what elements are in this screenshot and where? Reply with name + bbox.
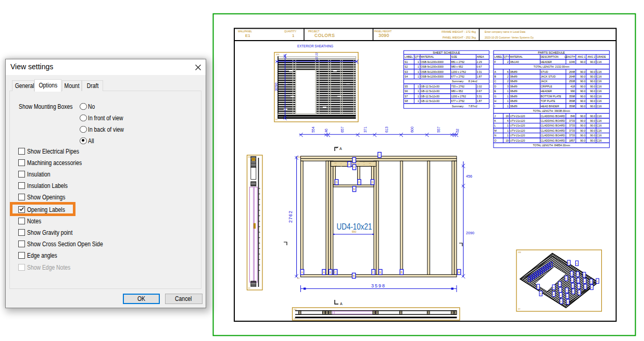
svg-text:1: 1 — [507, 95, 509, 98]
svg-text:PANEL HEIGHT: PANEL HEIGHT — [374, 30, 392, 33]
svg-text:I: I — [379, 154, 380, 157]
svg-text:HEADER: HEADER — [541, 90, 552, 93]
svg-text:2648: 2648 — [569, 70, 575, 73]
svg-text:K: K — [584, 274, 585, 276]
svg-text:C16: C16 — [597, 99, 602, 103]
svg-text:C16: C16 — [597, 115, 602, 118]
svg-text:CLADDING BOARD: CLADDING BOARD — [541, 139, 565, 142]
svg-text:D: D — [495, 85, 497, 88]
svg-text:K: K — [559, 283, 561, 286]
svg-text:90.0: 90.0 — [580, 124, 585, 127]
svg-text:3598: 3598 — [569, 105, 575, 108]
svg-text:3090: 3090 — [274, 83, 279, 92]
svg-text:CLADDING BOARD: CLADDING BOARD — [541, 119, 565, 122]
svg-text:8.14m2: 8.14m2 — [469, 80, 477, 83]
svg-text:LABEL: LABEL — [405, 55, 413, 58]
svg-text:3: 3 — [507, 85, 509, 88]
svg-text:FRAME WEIGHT - 172.4kg: FRAME WEIGHT - 172.4kg — [441, 30, 476, 33]
svg-text:3090: 3090 — [378, 33, 389, 38]
svg-text:QTY: QTY — [504, 55, 510, 58]
svg-text:DESCRIPTION: DESCRIPTION — [541, 55, 559, 58]
svg-text:1: 1 — [507, 129, 509, 132]
svg-text:1046: 1046 — [569, 60, 575, 64]
svg-text:K: K — [573, 291, 574, 293]
svg-text:UTV-21x120: UTV-21x120 — [510, 129, 525, 132]
svg-text:3.31: 3.31 — [477, 95, 482, 98]
svg-text:PANEL WEIGHT - 252.3kg: PANEL WEIGHT - 252.3kg — [443, 36, 476, 39]
svg-text:K: K — [560, 294, 562, 297]
svg-text:3598: 3598 — [569, 99, 575, 103]
svg-text:L: L — [495, 124, 496, 127]
svg-text:K: K — [572, 279, 573, 282]
svg-text:B: B — [495, 75, 497, 78]
svg-text:C16: C16 — [597, 119, 602, 122]
svg-text:E: E — [495, 90, 497, 93]
svg-text:2: 2 — [507, 80, 509, 83]
svg-text:S6: S6 — [405, 90, 408, 93]
svg-text:WALLPANEL: WALLPANEL — [238, 30, 252, 33]
svg-text:HEADER: HEADER — [541, 60, 552, 64]
svg-text:K: K — [591, 286, 592, 289]
svg-text:MATERIAL: MATERIAL — [421, 55, 434, 58]
svg-text:K: K — [584, 280, 586, 283]
svg-text:UD4-10x21: UD4-10x21 — [337, 222, 372, 231]
svg-text:G: G — [495, 95, 497, 98]
svg-text:K: K — [578, 285, 579, 288]
svg-text:CLADDING BOARD: CLADDING BOARD — [541, 134, 565, 137]
svg-text:QTY: QTY — [415, 55, 421, 58]
svg-text:3733: 3733 — [569, 119, 575, 122]
svg-text:C16: C16 — [597, 80, 602, 83]
svg-text:90.0: 90.0 — [590, 60, 595, 64]
svg-text:UTV-21x120: UTV-21x120 — [510, 119, 525, 122]
svg-text:K: K — [553, 286, 554, 289]
svg-text:S3: S3 — [405, 70, 408, 73]
svg-text:K: K — [568, 262, 570, 264]
svg-text:JACK STUD: JACK STUD — [541, 75, 556, 78]
svg-text:90.0: 90.0 — [590, 139, 595, 142]
svg-text:2: 2 — [507, 75, 509, 78]
svg-text:980 x 652: 980 x 652 — [451, 65, 463, 68]
svg-text:EXTERIOR SHEATHING: EXTERIOR SHEATHING — [297, 44, 333, 48]
svg-text:C: C — [495, 80, 497, 83]
svg-text:1200 x 2762: 1200 x 2762 — [451, 95, 466, 98]
svg-text:K: K — [597, 280, 598, 283]
svg-text:2762: 2762 — [288, 210, 293, 223]
svg-text:90.0: 90.0 — [590, 124, 595, 127]
svg-text:22: 22 — [315, 53, 318, 56]
svg-text:1: 1 — [507, 105, 509, 108]
svg-text:90.0: 90.0 — [580, 85, 585, 88]
svg-text:1: 1 — [418, 75, 419, 78]
svg-text:JACK: JACK — [541, 80, 548, 83]
svg-text:1: 1 — [507, 134, 509, 137]
svg-text:M: M — [495, 129, 497, 132]
svg-text:1.87: 1.87 — [477, 75, 482, 78]
svg-text:UTV-21x120: UTV-21x120 — [510, 124, 525, 127]
svg-text:1: 1 — [418, 95, 419, 98]
svg-text:46: 46 — [325, 129, 329, 133]
svg-text:GB-12.5x12x30: GB-12.5x12x30 — [421, 95, 439, 98]
svg-text:N: N — [495, 134, 497, 137]
svg-text:90.0: 90.0 — [590, 80, 595, 83]
svg-text:90.0: 90.0 — [580, 119, 585, 122]
svg-text:38x140: 38x140 — [510, 60, 519, 64]
svg-text:D: D — [358, 181, 360, 184]
svg-text:LENGTH: LENGTH — [564, 55, 575, 58]
svg-text:K: K — [560, 289, 561, 292]
svg-text:3598: 3598 — [569, 95, 575, 98]
svg-text:1: 1 — [418, 60, 419, 64]
svg-text:1.87: 1.87 — [477, 99, 482, 103]
svg-text:52: 52 — [456, 129, 460, 133]
svg-text:7.87m2: 7.87m2 — [469, 105, 477, 108]
svg-text:CLADDING BOARD: CLADDING BOARD — [541, 129, 565, 132]
svg-text:1: 1 — [418, 90, 419, 93]
svg-text:2.02: 2.02 — [477, 85, 482, 88]
svg-text:38x89: 38x89 — [510, 85, 517, 88]
svg-text:D: D — [372, 181, 374, 184]
svg-text:557: 557 — [437, 127, 440, 133]
svg-text:S5: S5 — [405, 85, 408, 88]
svg-text:434: 434 — [294, 309, 297, 311]
svg-text:434: 434 — [276, 54, 279, 56]
svg-text:PROJECT: PROJECT — [308, 30, 320, 33]
svg-text:K: K — [567, 301, 569, 304]
svg-text:HEAD BINDER: HEAD BINDER — [541, 105, 560, 108]
